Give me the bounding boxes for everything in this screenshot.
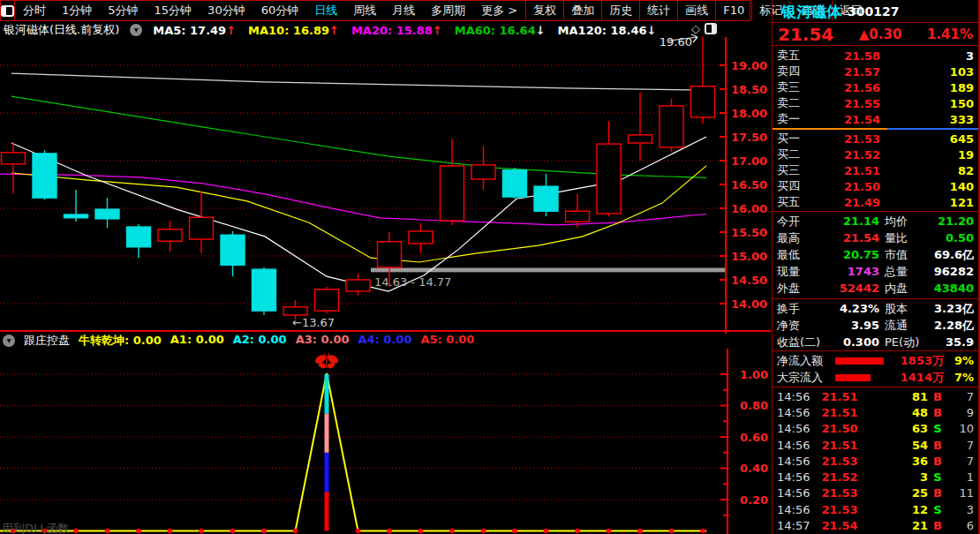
indicator-values: 牛转乾坤: 0.00A1: 0.00A2: 0.00A3: 0.00A4: 0.… [79, 333, 474, 349]
info-value: 1743 [830, 265, 879, 278]
baseline-dot [607, 529, 612, 534]
divider [773, 298, 978, 299]
tick-time: 14:56 [777, 486, 814, 500]
tick-price: 21.53 [814, 486, 865, 500]
level-price: 21.50 [812, 180, 912, 193]
level-price: 21.52 [812, 148, 912, 162]
fund-flow-row: 大宗流入1414万7% [773, 369, 978, 386]
price-axis-label: 17.50 [731, 131, 767, 144]
level-label: 买五 [777, 194, 812, 210]
buy-row[interactable]: 买一21.53645 [773, 131, 978, 147]
ma-label: MA10: 16.89 [248, 24, 329, 37]
action-复权[interactable]: 复权 [525, 1, 563, 20]
info-value: 43840 [925, 282, 974, 295]
baseline-dot [387, 529, 392, 534]
info-row: 今开21.14均价21.20 [773, 213, 978, 229]
tab-30分钟[interactable]: 30分钟 [200, 1, 253, 20]
level-label: 卖五 [777, 48, 812, 64]
tick-row: 14:5621.5148B9 [773, 404, 978, 420]
tab-15分钟[interactable]: 15分钟 [147, 1, 200, 20]
sell-row[interactable]: 卖四21.57103 [773, 64, 978, 79]
tab-日线[interactable]: 日线 [306, 1, 345, 20]
indicator-name: 跟庄控盘 [24, 333, 70, 349]
sell-row[interactable]: 卖三21.56189 [773, 79, 978, 95]
candle [471, 165, 495, 179]
action-画线[interactable]: 画线 [677, 1, 715, 20]
info-label: 今开 [777, 214, 830, 229]
level-label: 买二 [777, 147, 812, 162]
diamond-marker-icon[interactable]: ◇ [691, 23, 700, 34]
info-value: 35.9 [925, 335, 974, 349]
tab-60分钟[interactable]: 60分钟 [253, 1, 307, 20]
tick-price: 21.53 [814, 503, 865, 516]
info-row: 外盘52442内盘43840 [773, 280, 978, 297]
tick-side: B [928, 406, 947, 419]
split-view-icon[interactable] [705, 23, 717, 34]
info-value: 0.300 [830, 335, 879, 349]
chevron-down-icon[interactable]: ▾ [3, 335, 15, 347]
action-F10[interactable]: F10 [715, 1, 751, 20]
tick-price: 21.53 [814, 455, 865, 468]
candle [691, 86, 715, 117]
info-value: 3.23亿 [925, 301, 974, 317]
baseline-dot [199, 529, 204, 534]
tab-周线[interactable]: 周线 [345, 1, 384, 20]
level-qty: 121 [912, 196, 974, 209]
info-label: 净资 [777, 318, 830, 334]
level-label: 买一 [777, 131, 812, 147]
buy-row[interactable]: 买四21.50140 [773, 178, 978, 194]
price-row: 21.54 ▲0.30 1.41% [773, 22, 978, 46]
tick-time: 14:56 [777, 439, 814, 452]
level-price: 21.53 [812, 132, 912, 146]
tick-volume: 25 [865, 486, 928, 500]
candle [660, 106, 683, 147]
tab-5分钟[interactable]: 5分钟 [100, 1, 146, 20]
tab-更多 >[interactable]: 更多 > [473, 1, 525, 20]
action-统计[interactable]: 统计 [639, 1, 677, 20]
ma-line-MA120 [11, 73, 706, 90]
tab-月线[interactable]: 月线 [384, 1, 423, 20]
info-value: 2.28亿 [925, 318, 974, 334]
tick-price: 21.51 [814, 439, 865, 452]
tick-count: 3 [947, 503, 974, 516]
tick-time: 14:56 [777, 390, 814, 403]
sell-row[interactable]: 卖一21.54333 [773, 111, 978, 127]
main-candlestick-chart[interactable]: 14.0014.5015.0015.5016.0016.5017.0017.50… [0, 21, 771, 334]
candle [2, 153, 26, 164]
tab-多周期[interactable]: 多周期 [423, 1, 473, 20]
panel-toggle-button[interactable] [1, 1, 15, 20]
action-叠加[interactable]: 叠加 [563, 1, 601, 20]
butterfly-icon [313, 353, 339, 369]
tab-1分钟[interactable]: 1分钟 [54, 1, 100, 20]
ma-legend-item: MA10: 16.89↑ [248, 24, 339, 37]
info-row: 净资3.95流通2.28亿 [773, 317, 978, 334]
baseline-dot [512, 529, 517, 534]
flow-bar [835, 357, 884, 365]
indicator-chart[interactable]: 0.200.400.600.801.00 [0, 349, 771, 534]
level-price: 21.57 [812, 65, 912, 79]
tick-price: 21.54 [814, 519, 865, 532]
ma-legend-item: MA120: 18.46↓ [558, 24, 657, 37]
info-value: 0.50 [925, 231, 974, 244]
action-历史[interactable]: 历史 [601, 1, 639, 20]
stock-name: 银河磁体 [781, 2, 841, 22]
chevron-down-icon[interactable]: ▾ [130, 24, 142, 36]
low-annotation: ←13.67 [292, 316, 335, 329]
sell-row[interactable]: 卖二21.55150 [773, 95, 978, 111]
tick-row: 14:5621.5325B11 [773, 485, 978, 501]
tick-time: 14:57 [777, 519, 814, 532]
sell-row[interactable]: 卖五21.583 [773, 48, 978, 64]
level-qty: 103 [912, 65, 974, 79]
buy-row[interactable]: 买三21.5182 [773, 162, 978, 178]
tick-row: 14:5621.5336B7 [773, 453, 978, 469]
chart-title: 银河磁体(日线.前复权) [4, 22, 119, 38]
tab-分时[interactable]: 分时 [15, 1, 54, 20]
ma-legend: MA5: 17.49↑MA10: 16.89↑MA20: 15.88↑MA60:… [153, 24, 656, 37]
buy-row[interactable]: 买五21.49121 [773, 194, 978, 210]
tick-time: 14:56 [777, 455, 814, 468]
quote-info-bottom: 换手4.23%股本3.23亿净资3.95流通2.28亿收益(二)0.300PE(… [773, 300, 978, 350]
level-price: 21.56 [812, 81, 912, 94]
candle [33, 154, 57, 198]
buy-row[interactable]: 买二21.5219 [773, 147, 978, 162]
ratio-bar-right [887, 128, 978, 130]
